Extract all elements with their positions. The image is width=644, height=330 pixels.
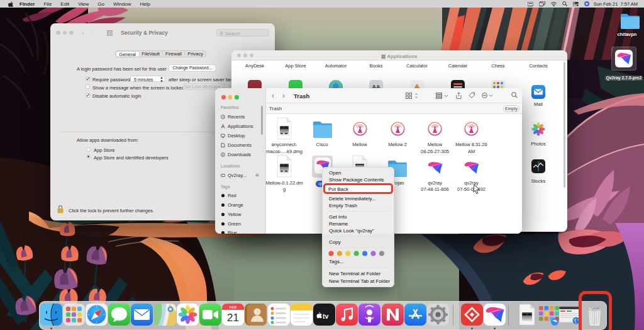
svg-text:FEB: FEB [230,305,237,309]
svg-text:tv: tv [323,312,328,320]
svg-text:21: 21 [227,312,239,324]
